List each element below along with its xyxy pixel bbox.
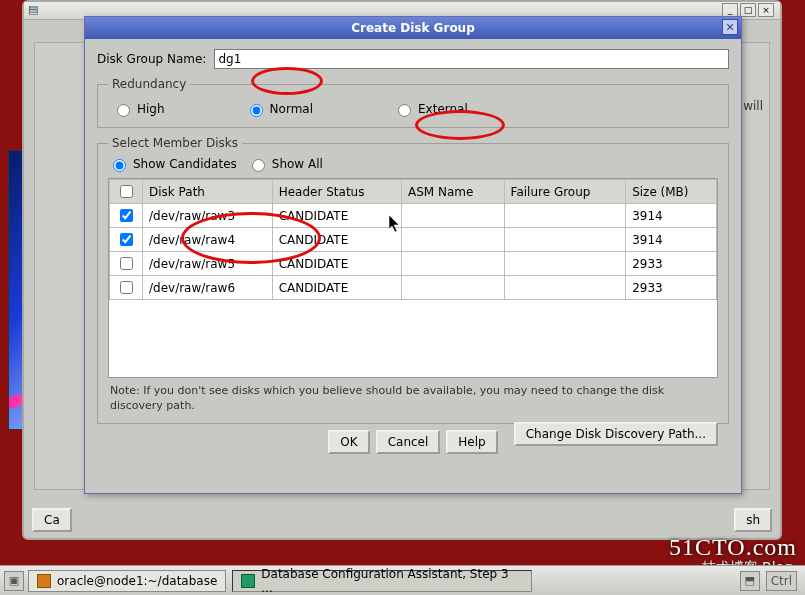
cell-failure-group xyxy=(504,204,626,228)
cell-asm-name xyxy=(401,276,504,300)
row-checkbox[interactable] xyxy=(120,209,133,222)
change-discovery-path-button[interactable]: Change Disk Discovery Path... xyxy=(514,422,718,446)
disks-table: Disk Path Header Status ASM Name Failure… xyxy=(109,179,717,300)
row-checkbox[interactable] xyxy=(120,281,133,294)
member-disks-fieldset: Select Member Disks Show Candidates Show… xyxy=(97,136,729,424)
cell-asm-name xyxy=(401,204,504,228)
table-row[interactable]: /dev/raw/raw6CANDIDATE2933 xyxy=(110,276,717,300)
taskbar-dbca-button[interactable]: Database Configuration Assistant, Step 3… xyxy=(232,570,532,592)
cell-disk-path: /dev/raw/raw4 xyxy=(143,228,273,252)
tray-ctrl-indicator[interactable]: Ctrl xyxy=(766,571,797,591)
col-disk-path[interactable]: Disk Path xyxy=(143,180,273,204)
redundancy-external-option[interactable]: External xyxy=(393,101,468,117)
show-candidates-radio[interactable] xyxy=(113,159,126,172)
minimize-button[interactable]: _ xyxy=(722,3,738,17)
cell-asm-name xyxy=(401,228,504,252)
taskbar-dbca-label: Database Configuration Assistant, Step 3… xyxy=(261,567,523,595)
cell-size: 3914 xyxy=(626,228,717,252)
cell-size: 2933 xyxy=(626,252,717,276)
show-desktop-button[interactable]: ▣ xyxy=(4,571,24,591)
show-candidates-option[interactable]: Show Candidates xyxy=(108,156,237,172)
redundancy-external-radio[interactable] xyxy=(398,104,411,117)
select-all-header[interactable] xyxy=(110,180,143,204)
dbca-icon xyxy=(241,574,255,588)
wizard-finish-button[interactable]: sh xyxy=(734,508,772,532)
row-checkbox[interactable] xyxy=(120,257,133,270)
help-button[interactable]: Help xyxy=(446,430,497,454)
show-all-option[interactable]: Show All xyxy=(247,156,323,172)
ok-button[interactable]: OK xyxy=(328,430,369,454)
dialog-title-text: Create Disk Group xyxy=(351,21,475,35)
col-failure-group[interactable]: Failure Group xyxy=(504,180,626,204)
dialog-close-button[interactable]: ✕ xyxy=(722,19,738,35)
col-size[interactable]: Size (MB) xyxy=(626,180,717,204)
col-header-status[interactable]: Header Status xyxy=(272,180,401,204)
col-asm-name[interactable]: ASM Name xyxy=(401,180,504,204)
disk-group-name-input[interactable] xyxy=(214,49,729,69)
redundancy-high-radio[interactable] xyxy=(117,104,130,117)
cancel-button[interactable]: Cancel xyxy=(376,430,441,454)
cell-failure-group xyxy=(504,228,626,252)
redundancy-high-option[interactable]: High xyxy=(112,101,165,117)
disks-table-container[interactable]: Disk Path Header Status ASM Name Failure… xyxy=(108,178,718,378)
window-system-icon: ▤ xyxy=(28,3,38,16)
row-checkbox[interactable] xyxy=(120,233,133,246)
member-disks-legend: Select Member Disks xyxy=(108,136,242,150)
close-button[interactable]: × xyxy=(758,3,774,17)
taskbar-terminal-label: oracle@node1:~/database xyxy=(57,574,217,588)
taskbar: ▣ oracle@node1:~/database Database Confi… xyxy=(0,565,805,595)
show-all-radio[interactable] xyxy=(252,159,265,172)
maximize-button[interactable]: □ xyxy=(740,3,756,17)
cell-size: 3914 xyxy=(626,204,717,228)
discovery-note: Note: If you don't see disks which you b… xyxy=(110,384,716,414)
cell-disk-path: /dev/raw/raw3 xyxy=(143,204,273,228)
cell-size: 2933 xyxy=(626,276,717,300)
cell-failure-group xyxy=(504,252,626,276)
redundancy-legend: Redundancy xyxy=(108,77,190,91)
system-tray: ⬒ Ctrl xyxy=(740,571,801,591)
table-row[interactable]: /dev/raw/raw4CANDIDATE3914 xyxy=(110,228,717,252)
cell-disk-path: /dev/raw/raw6 xyxy=(143,276,273,300)
table-row[interactable]: /dev/raw/raw5CANDIDATE2933 xyxy=(110,252,717,276)
cell-failure-group xyxy=(504,276,626,300)
terminal-icon xyxy=(37,574,51,588)
cell-header-status: CANDIDATE xyxy=(272,228,401,252)
watermark-main: 51CTO.com xyxy=(669,534,797,561)
disk-group-name-label: Disk Group Name: xyxy=(97,52,206,66)
table-row[interactable]: /dev/raw/raw3CANDIDATE3914 xyxy=(110,204,717,228)
wizard-cancel-button[interactable]: Ca xyxy=(32,508,72,532)
dialog-titlebar: Create Disk Group ✕ xyxy=(85,17,741,39)
create-disk-group-dialog: Create Disk Group ✕ Disk Group Name: Red… xyxy=(84,16,742,494)
cell-header-status: CANDIDATE xyxy=(272,204,401,228)
cell-asm-name xyxy=(401,252,504,276)
taskbar-terminal-button[interactable]: oracle@node1:~/database xyxy=(28,570,226,592)
redundancy-fieldset: Redundancy High Normal External xyxy=(97,77,729,128)
cell-disk-path: /dev/raw/raw5 xyxy=(143,252,273,276)
table-header-row: Disk Path Header Status ASM Name Failure… xyxy=(110,180,717,204)
select-all-checkbox[interactable] xyxy=(120,185,133,198)
tray-icon-1[interactable]: ⬒ xyxy=(740,571,760,591)
redundancy-normal-option[interactable]: Normal xyxy=(245,101,313,117)
cell-header-status: CANDIDATE xyxy=(272,252,401,276)
cell-header-status: CANDIDATE xyxy=(272,276,401,300)
redundancy-normal-radio[interactable] xyxy=(250,104,263,117)
